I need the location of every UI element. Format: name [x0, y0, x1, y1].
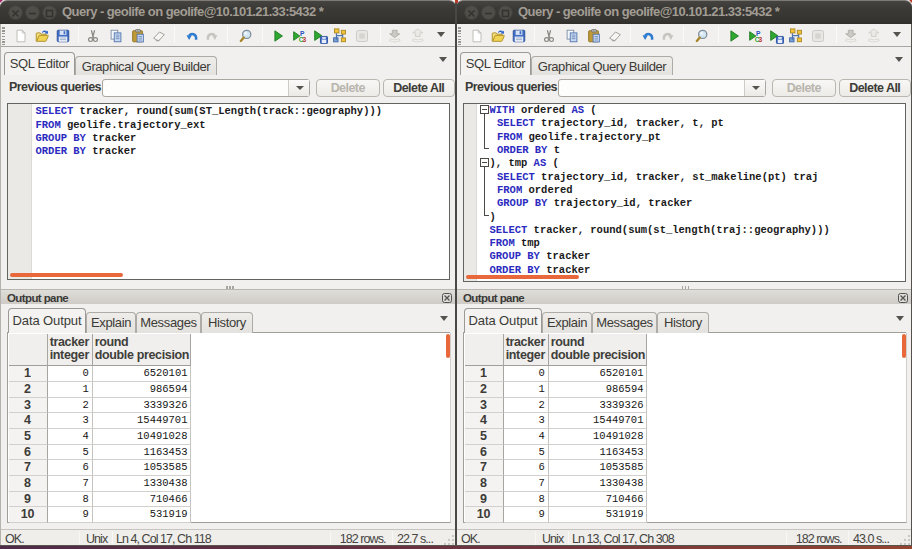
svg-text:3: 3: [302, 35, 306, 42]
svg-text:3: 3: [758, 35, 762, 42]
